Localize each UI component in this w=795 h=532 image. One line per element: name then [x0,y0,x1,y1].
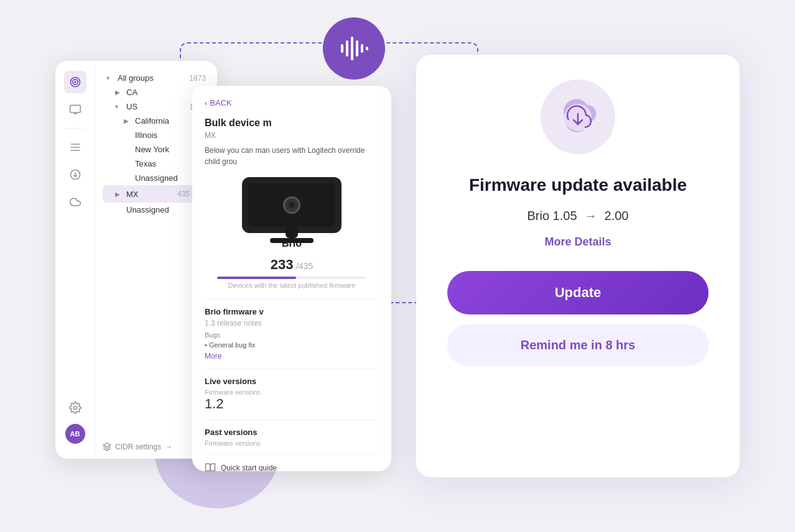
device-image [242,177,342,233]
expand-icon: ▾ [106,75,115,81]
panel-description: Below you can man users with Logitech ov… [205,145,379,167]
group-label: California [135,116,193,126]
sidebar-icon-download[interactable] [64,163,86,186]
brio-label: Brio 1.05 [528,209,577,223]
svg-rect-9 [70,105,80,112]
group-label: All groups [118,73,189,83]
back-label: BACK [210,98,231,108]
top-icon-circle [323,17,385,80]
progress-fill [217,277,296,279]
firmware-update-title: Firmware update available [469,174,687,196]
sidebar-icon-target[interactable] [64,71,86,93]
svg-rect-5 [366,47,368,50]
fw-bug-item: • General bug fix [205,341,379,349]
back-link[interactable]: ‹ BACK [205,98,379,108]
firmware-version-info: Brio 1.05 → 2.00 [528,209,629,223]
past-versions-title: Past versions [205,428,379,437]
webcam-base [270,238,314,243]
expand-icon: ▶ [124,117,132,124]
sidebar-icon-cloud[interactable] [64,191,86,213]
group-label: Unassigned [126,205,198,214]
firmware-section: Brio firmware v 1.3 release notes Bugs •… [205,299,379,361]
webcam-lens [283,196,300,214]
progress-bar [217,277,366,279]
devices-label: Devices with the latest published firmwa… [205,282,379,289]
back-chevron-icon: ‹ [205,98,207,108]
svg-rect-1 [346,40,348,57]
sidebar-bottom: AB [64,397,86,449]
sidebar-icon-list[interactable] [64,136,86,158]
live-versions-section: Live versions Firmware versions 1.2 [205,369,379,412]
version-arrow: → [585,209,597,223]
cloud-download-icon [556,95,600,139]
webcam-body [248,183,335,227]
fw-bugs-title: Bugs [205,331,379,339]
to-version-label: 2.00 [605,209,629,223]
guide-icon [205,462,216,471]
fw-subtitle: 1.3 release notes [205,319,379,328]
svg-point-16 [73,406,77,410]
sidebar-icon-devices[interactable] [64,98,86,121]
past-versions-section: Past versions Firmware versions [205,420,379,447]
expand-icon: ▶ [115,191,124,198]
expand-icon: ▾ [115,103,124,110]
group-label: CA [126,88,193,97]
fw-version-label: Firmware versions [205,388,379,396]
cidr-label: CIDR settings [115,443,161,451]
quick-link-guide[interactable]: Quick start guide [205,462,379,471]
remind-button[interactable]: Remind me in 8 hrs [447,324,709,366]
user-avatar[interactable]: AB [65,424,85,444]
update-button[interactable]: Update [447,271,709,314]
group-label: Texas [135,159,198,168]
group-label: New York [135,145,198,154]
quick-links: Quick start guide Setup video Product su… [205,454,379,471]
cidr-arrow: → [165,443,172,451]
panel-title: Bulk device m [205,117,379,129]
cidr-icon [103,443,111,451]
svg-rect-0 [341,44,343,53]
group-label: Unassigned [135,173,198,183]
more-link[interactable]: More [205,352,221,360]
group-count: 1873 [189,74,206,83]
more-details-link[interactable]: More Details [544,236,611,249]
sidebar-icon-settings[interactable] [64,397,86,419]
webcam-mount [286,227,298,238]
sound-wave-icon [338,33,370,64]
guide-label: Quick start guide [221,464,277,471]
svg-rect-2 [351,37,353,60]
group-count: 435 [177,190,190,198]
device-count: 233 /435 [205,257,379,273]
svg-rect-3 [356,40,358,57]
fw-version-value: 1.2 [205,396,379,412]
fw-title: Brio firmware v [205,307,379,316]
expand-icon: ▶ [115,89,124,96]
firmware-update-card: Firmware update available Brio 1.05 → 2.… [416,55,740,477]
panel-subtitle: MX [205,131,379,140]
group-all-groups[interactable]: ▾ All groups 1873 [103,71,210,85]
sidebar: AB [55,61,95,459]
middle-panel: ‹ BACK Bulk device m MX Below you can ma… [192,86,391,471]
group-label: MX [126,190,177,199]
firmware-icon-circle [541,80,615,154]
sidebar-divider [66,128,85,129]
svg-point-8 [75,81,76,83]
count-total: /435 [296,261,313,271]
live-versions-title: Live versions [205,377,379,386]
svg-rect-4 [361,44,363,53]
group-label: US [126,102,189,111]
scene: AB ▾ All groups 1873 ▶ CA 470 ▾ US 1283 … [55,24,740,508]
past-fw-label: Firmware versions [205,439,379,447]
count-main: 233 [271,257,294,272]
